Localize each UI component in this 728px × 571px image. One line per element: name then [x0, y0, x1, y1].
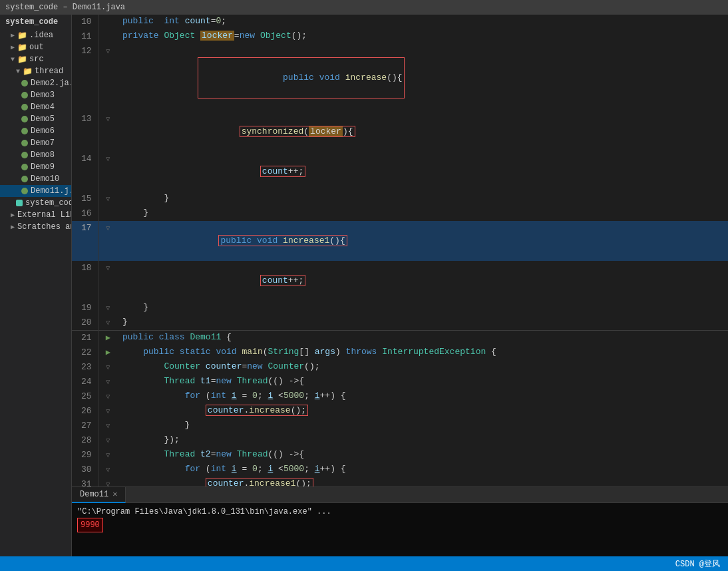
- sidebar-header: system_code: [0, 15, 71, 29]
- fold-icon[interactable]: ▽: [106, 393, 110, 401]
- fold-icon[interactable]: ▽: [106, 408, 110, 415]
- sidebar-item-src[interactable]: ▼ 📁 src: [0, 53, 71, 65]
- sidebar-item-out[interactable]: ▶ 📁 out: [0, 41, 71, 53]
- status-bar: CSDN @登风: [0, 556, 728, 571]
- sidebar-item-demo10[interactable]: Demo10: [0, 173, 71, 185]
- file-icon: [16, 200, 23, 206]
- title-bar: system_code – Demo11.java: [0, 0, 728, 15]
- table-row: 16 }: [72, 206, 728, 221]
- table-row: 31 ▽ counter.increase1(); 单方面加锁，等于没有加锁: [72, 477, 728, 486]
- sidebar-item-demo3[interactable]: Demo3: [0, 89, 71, 101]
- sidebar-item-demo11[interactable]: Demo11.j...: [0, 185, 71, 197]
- table-row: 14 ▽ count++;: [72, 152, 728, 192]
- chevron-icon: ▶: [11, 43, 15, 51]
- table-row: 23 ▽ Counter counter=new Counter();: [72, 360, 728, 375]
- sidebar-item-system-code[interactable]: system_code...: [0, 197, 71, 209]
- sidebar-item-demo9[interactable]: Demo9: [0, 161, 71, 173]
- table-row: 18 ▽ count++;: [72, 261, 728, 301]
- fold-icon[interactable]: ▽: [106, 305, 110, 312]
- folder-icon: 📁: [17, 55, 27, 64]
- bottom-area: Demo11 ✕ "C:\Program Files\Java\jdk1.8.0…: [72, 486, 728, 556]
- fold-icon[interactable]: ▽: [106, 467, 110, 474]
- sidebar-item-thread[interactable]: ▼ 📁 thread: [0, 65, 71, 77]
- sidebar-item-idea[interactable]: ▶ 📁 .idea: [0, 29, 71, 41]
- close-tab-icon[interactable]: ✕: [112, 489, 117, 499]
- chevron-icon: ▶: [11, 31, 15, 39]
- chevron-icon: ▶: [11, 211, 15, 219]
- fold-icon[interactable]: ▽: [106, 196, 110, 203]
- table-row: 10 public int count=0;: [72, 15, 728, 29]
- fold-icon[interactable]: ▽: [106, 225, 110, 232]
- fold-icon[interactable]: ▽: [106, 364, 110, 371]
- folder-icon: 📁: [17, 43, 27, 52]
- table-row: 13 ▽ synchronized(locker){: [72, 112, 728, 152]
- java-file-icon: [21, 92, 28, 98]
- fold-icon[interactable]: ▽: [106, 379, 110, 386]
- table-row: 24 ▽ Thread t1=new Thread(() ->{: [72, 375, 728, 389]
- table-row: 11 private Object locker=new Object();: [72, 29, 728, 44]
- java-file-icon: [21, 116, 28, 122]
- bottom-tabs: Demo11 ✕: [72, 487, 728, 503]
- table-row: 28 ▽ });: [72, 433, 728, 448]
- table-row: 21 ▶ public class Demo11 {: [72, 331, 728, 346]
- fold-icon[interactable]: ▽: [106, 156, 110, 163]
- table-row: 19 ▽ }: [72, 301, 728, 315]
- run-arrow-icon: ▶: [106, 348, 110, 357]
- fold-icon[interactable]: ▽: [106, 481, 110, 486]
- table-row: 25 ▽ for (int i = 0; i <5000; i++) {: [72, 389, 728, 404]
- terminal-line-1: "C:\Program Files\Java\jdk1.8.0_131\bin\…: [77, 506, 723, 518]
- table-row: 30 ▽ for (int i = 0; i <5000; i++) {: [72, 463, 728, 477]
- sidebar-item-scratches[interactable]: ▶ Scratches and C...: [0, 221, 71, 233]
- sidebar-item-demo5[interactable]: Demo5: [0, 113, 71, 125]
- fold-icon[interactable]: ▽: [106, 423, 110, 430]
- sidebar-item-ext-libs[interactable]: ▶ External Libraries: [0, 209, 71, 221]
- fold-icon[interactable]: ▽: [106, 48, 110, 55]
- fold-icon[interactable]: ▽: [106, 265, 110, 272]
- title-text: system_code – Demo11.java: [5, 3, 125, 12]
- java-file-icon: [21, 80, 28, 87]
- java-file-icon: [21, 164, 28, 170]
- table-row: 12 ▽ public void increase(){: [72, 44, 728, 112]
- java-file-icon: [21, 152, 28, 158]
- run-arrow-icon: ▶: [106, 333, 110, 343]
- table-row: 27 ▽ }: [72, 419, 728, 433]
- java-file-icon: [21, 140, 28, 146]
- table-row: 17 ▽ public void increase1(){: [72, 221, 728, 261]
- sidebar: system_code ▶ 📁 .idea ▶ 📁 out ▼ 📁 src ▼ …: [0, 15, 72, 556]
- java-file-icon: [21, 176, 28, 182]
- tab-demo11[interactable]: Demo11 ✕: [72, 487, 126, 503]
- table-row: 22 ▶ public static void main(String[] ar…: [72, 345, 728, 360]
- terminal-output: 9990: [77, 518, 723, 532]
- java-file-icon: [21, 104, 28, 110]
- status-text: CSDN @登风: [675, 558, 720, 570]
- fold-icon[interactable]: ▽: [106, 319, 110, 327]
- fold-icon[interactable]: ▽: [106, 116, 110, 123]
- java-file-icon: [21, 188, 28, 194]
- fold-icon[interactable]: ▽: [106, 437, 110, 445]
- code-scroll[interactable]: 10 public int count=0; 11 private Object…: [72, 15, 728, 486]
- table-row: 20 ▽ }: [72, 315, 728, 331]
- table-row: 15 ▽ }: [72, 192, 728, 206]
- output-value: 9990: [77, 518, 103, 532]
- chevron-icon: ▼: [11, 56, 15, 63]
- folder-icon: 📁: [17, 31, 27, 40]
- sidebar-item-demo4[interactable]: Demo4: [0, 101, 71, 113]
- fold-icon[interactable]: ▽: [106, 452, 110, 459]
- table-row: 29 ▽ Thread t2=new Thread(() ->{: [72, 448, 728, 463]
- chevron-icon: ▶: [11, 223, 15, 231]
- folder-icon: 📁: [23, 67, 32, 76]
- sidebar-item-demo8[interactable]: Demo8: [0, 149, 71, 161]
- tab-label: Demo11: [80, 490, 108, 499]
- java-file-icon: [21, 128, 28, 134]
- sidebar-item-demo6[interactable]: Demo6: [0, 125, 71, 137]
- sidebar-item-demo7[interactable]: Demo7: [0, 137, 71, 149]
- table-row: 26 ▽ counter.increase();: [72, 404, 728, 419]
- code-editor: 10 public int count=0; 11 private Object…: [72, 15, 728, 556]
- terminal: "C:\Program Files\Java\jdk1.8.0_131\bin\…: [72, 503, 728, 556]
- sidebar-item-demo2[interactable]: Demo2.ja...: [0, 77, 71, 89]
- chevron-icon: ▼: [16, 68, 20, 75]
